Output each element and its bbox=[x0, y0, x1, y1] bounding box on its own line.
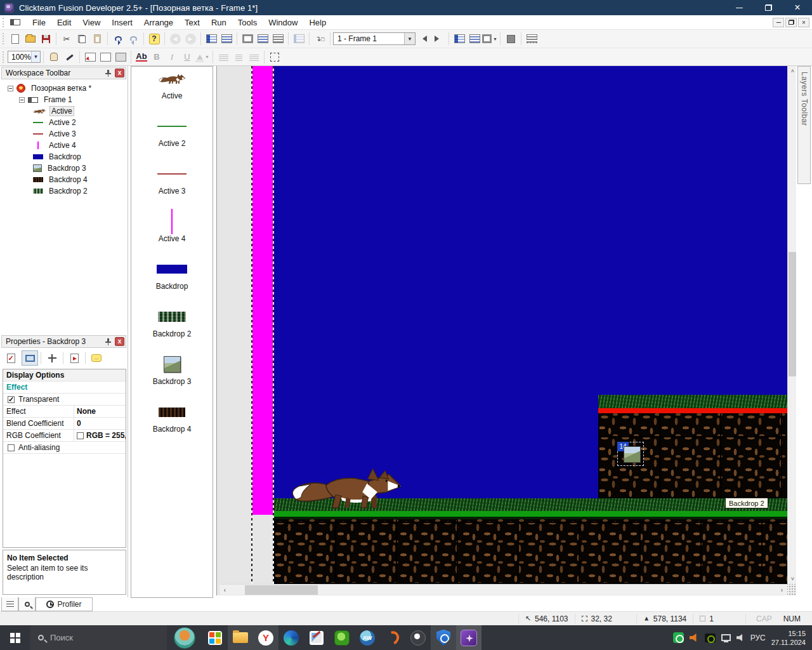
profiler-tab[interactable]: Profiler bbox=[36, 597, 93, 611]
taskbar-paint[interactable] bbox=[304, 625, 329, 650]
taskbar-file-explorer[interactable] bbox=[228, 625, 253, 650]
size-position-tab-button[interactable] bbox=[44, 350, 60, 366]
taskbar-obs-studio[interactable] bbox=[405, 625, 431, 650]
taskbar-green-game[interactable] bbox=[329, 625, 355, 650]
active-4-magenta-object[interactable] bbox=[252, 66, 273, 515]
event-editor-button[interactable] bbox=[240, 32, 255, 46]
pin-icon[interactable] bbox=[103, 69, 113, 78]
paste-button[interactable] bbox=[89, 32, 105, 46]
about-tab-button[interactable]: ... bbox=[88, 350, 105, 366]
taskbar-orange-app[interactable] bbox=[380, 625, 405, 650]
start-button[interactable] bbox=[0, 625, 30, 650]
object-item-active-2[interactable]: Active 2 bbox=[131, 114, 213, 162]
stop-button[interactable] bbox=[503, 32, 518, 46]
volume-icon[interactable] bbox=[737, 634, 745, 642]
transparent-checkbox[interactable] bbox=[8, 396, 15, 403]
italic-button[interactable]: I bbox=[164, 50, 180, 64]
screen-share-icon[interactable] bbox=[673, 632, 684, 643]
font-button[interactable]: Ab bbox=[134, 50, 149, 64]
tree-node-active-3[interactable]: Active 3 bbox=[3, 128, 126, 140]
object-item-active[interactable]: Active bbox=[131, 67, 213, 114]
object-item-backdrop-3[interactable]: Backdrop 3 bbox=[131, 352, 213, 400]
object-item-backdrop-2[interactable]: Backdrop 2 bbox=[131, 305, 213, 352]
menu-tools[interactable]: Tools bbox=[232, 16, 263, 29]
active-fox-object[interactable] bbox=[290, 465, 401, 510]
frame-selector[interactable]: 1 - Frame 1 ▼ bbox=[333, 32, 416, 45]
selected-backdrop-3-object[interactable]: 14 bbox=[617, 442, 644, 466]
close-icon[interactable]: x bbox=[115, 69, 124, 77]
fit-frame-button[interactable] bbox=[267, 50, 282, 64]
display-tab-button[interactable] bbox=[22, 350, 38, 366]
active-3-red-line-object[interactable] bbox=[598, 408, 787, 413]
taskbar-hotspot-shield[interactable] bbox=[431, 625, 456, 650]
align-center-button[interactable] bbox=[231, 50, 246, 64]
chevron-down-icon[interactable]: ▼ bbox=[31, 51, 40, 62]
menu-view[interactable]: View bbox=[77, 16, 106, 29]
horizontal-scrollbar[interactable]: ‹ › bbox=[219, 584, 787, 595]
grid-show-button[interactable] bbox=[98, 50, 113, 64]
build-button[interactable] bbox=[524, 32, 539, 46]
vertical-scrollbar[interactable]: ˄ ˅ bbox=[787, 66, 796, 584]
layers-toolbar-tab[interactable]: Layers Toolbar bbox=[797, 66, 811, 184]
data-elements-button[interactable] bbox=[291, 32, 306, 46]
event-list-button[interactable] bbox=[270, 32, 285, 46]
scroll-left-icon[interactable]: ‹ bbox=[219, 585, 230, 595]
mdi-close-button[interactable]: × bbox=[798, 18, 809, 27]
scroll-down-icon[interactable]: ˅ bbox=[788, 574, 796, 584]
next-frame-button[interactable] bbox=[431, 32, 446, 46]
taskbar-artweaver[interactable]: AW bbox=[355, 625, 380, 650]
tree-node-backdrop[interactable]: Backdrop bbox=[3, 151, 126, 162]
forward-button[interactable]: ▶ bbox=[183, 32, 198, 46]
menu-arrange[interactable]: Arrange bbox=[138, 16, 179, 29]
run-application-button[interactable] bbox=[452, 32, 467, 46]
network-icon[interactable] bbox=[721, 634, 731, 641]
frame-editor-button[interactable] bbox=[219, 32, 234, 46]
volume-orange-icon[interactable] bbox=[690, 633, 699, 642]
run-options-button[interactable]: ▼ bbox=[482, 32, 497, 46]
object-item-backdrop[interactable]: Backdrop bbox=[131, 257, 213, 305]
cut-button[interactable]: ✂ bbox=[59, 32, 74, 46]
run-frame-button[interactable] bbox=[467, 32, 482, 46]
search-tab[interactable] bbox=[18, 597, 36, 611]
restore-button[interactable] bbox=[754, 0, 783, 15]
settings-tab-button[interactable]: ✓ bbox=[3, 350, 19, 366]
taskbar-game-island-app[interactable] bbox=[167, 625, 202, 650]
scroll-right-icon[interactable]: › bbox=[776, 585, 787, 595]
ground-dirt-backdrop-4[interactable] bbox=[274, 519, 787, 584]
toolbar-grip[interactable] bbox=[3, 33, 4, 44]
mdi-restore-button[interactable] bbox=[785, 18, 797, 27]
scroll-up-icon[interactable]: ˄ bbox=[788, 66, 796, 76]
horizontal-scroll-thumb[interactable] bbox=[245, 585, 318, 595]
frame-editor-canvas-area[interactable]: 14 Backdrop 2 ‹ › ˄ ˅ bbox=[216, 66, 796, 595]
close-button[interactable]: × bbox=[783, 0, 812, 15]
taskbar-microsoft-store[interactable] bbox=[202, 625, 228, 650]
mdi-minimize-button[interactable] bbox=[773, 18, 784, 27]
undo-button[interactable] bbox=[110, 32, 126, 46]
menu-help[interactable]: Help bbox=[303, 16, 332, 29]
tree-node-active-2[interactable]: Active 2 bbox=[3, 117, 126, 128]
taskbar-edge[interactable] bbox=[278, 625, 304, 650]
tree-node-active[interactable]: Active bbox=[3, 105, 126, 117]
toolbar-grip[interactable] bbox=[3, 51, 4, 63]
zoom-selector[interactable]: 100% ▼ bbox=[8, 51, 41, 63]
taskbar-clickteam-fusion[interactable] bbox=[456, 625, 481, 650]
close-icon[interactable]: x bbox=[115, 337, 124, 346]
object-item-backdrop-4[interactable]: Backdrop 4 bbox=[131, 400, 213, 448]
object-item-active-4[interactable]: Active 4 bbox=[131, 209, 213, 257]
blend-value[interactable]: 0 bbox=[74, 419, 126, 428]
mdi-document-icon[interactable] bbox=[10, 19, 20, 25]
menu-text[interactable]: Text bbox=[179, 16, 206, 29]
menu-run[interactable]: Run bbox=[206, 16, 232, 29]
frame-canvas[interactable]: 14 Backdrop 2 bbox=[274, 66, 787, 584]
runtime-tab-button[interactable] bbox=[66, 350, 82, 366]
taskbar-search[interactable]: Поиск bbox=[30, 625, 167, 650]
collapse-icon[interactable] bbox=[8, 86, 13, 91]
menu-file[interactable]: File bbox=[27, 16, 51, 29]
rgb-checkbox[interactable] bbox=[77, 432, 84, 439]
object-item-active-3[interactable]: Active 3 bbox=[131, 162, 213, 209]
storyboard-editor-button[interactable] bbox=[204, 32, 219, 46]
align-right-button[interactable] bbox=[246, 50, 261, 64]
open-button[interactable] bbox=[23, 32, 38, 46]
taskbar-yandex-browser[interactable]: Y bbox=[253, 625, 278, 650]
tree-node-backdrop-2[interactable]: Backdrop 2 bbox=[3, 185, 126, 197]
